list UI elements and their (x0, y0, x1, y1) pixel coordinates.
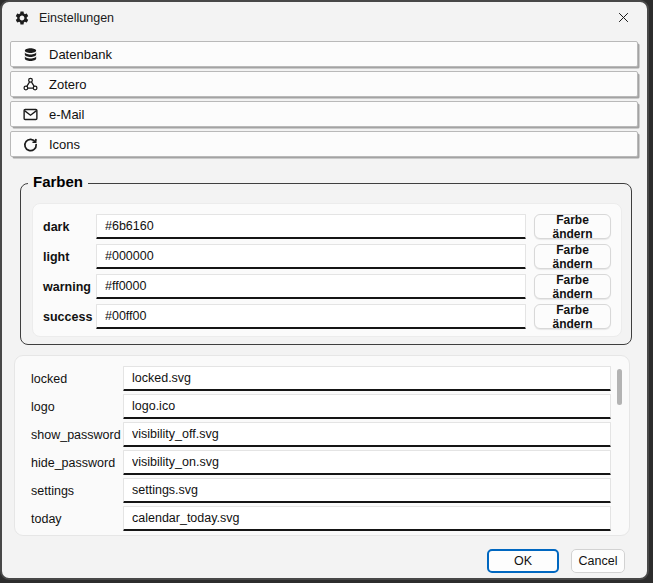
scrollbar-thumb[interactable] (617, 369, 622, 405)
icon-row-today: today (31, 506, 629, 531)
change-color-button[interactable]: Farbe ändern (534, 274, 611, 299)
color-input-success[interactable] (96, 304, 526, 329)
icon-input-hide-password[interactable] (123, 450, 611, 475)
section-icons[interactable]: Icons (10, 131, 638, 157)
color-label: dark (43, 220, 96, 234)
database-icon (22, 46, 39, 63)
titlebar[interactable]: Einstellungen (2, 2, 647, 34)
color-label: warning (43, 280, 96, 294)
icon-label: locked (31, 372, 123, 386)
refresh-icon (22, 136, 39, 153)
color-input-light[interactable] (96, 244, 526, 269)
farben-title: Farben (28, 173, 88, 190)
color-row-success: success Farbe ändern (43, 304, 621, 329)
icon-input-logo[interactable] (123, 394, 611, 419)
change-color-button[interactable]: Farbe ändern (534, 244, 611, 269)
color-row-dark: dark Farbe ändern (43, 214, 621, 239)
icon-row-show-password: show_password (31, 422, 629, 447)
icon-row-locked: locked (31, 366, 629, 391)
icon-input-show-password[interactable] (123, 422, 611, 447)
farben-groupbox: Farben dark Farbe ändern light Farbe änd… (20, 183, 632, 345)
close-icon (616, 10, 631, 25)
color-row-light: light Farbe ändern (43, 244, 621, 269)
color-label: light (43, 250, 96, 264)
ok-button[interactable]: OK (487, 549, 559, 573)
change-color-button[interactable]: Farbe ändern (534, 214, 611, 239)
color-input-warning[interactable] (96, 274, 526, 299)
cancel-button[interactable]: Cancel (571, 549, 625, 573)
icon-input-settings[interactable] (123, 478, 611, 503)
icon-label: settings (31, 484, 123, 498)
icon-row-settings: settings (31, 478, 629, 503)
section-email[interactable]: e-Mail (10, 101, 638, 127)
section-datenbank[interactable]: Datenbank (10, 41, 638, 67)
section-label: e-Mail (49, 107, 84, 122)
change-color-button[interactable]: Farbe ändern (534, 304, 611, 329)
icon-row-hide-password: hide_password (31, 450, 629, 475)
icon-label: show_password (31, 428, 123, 442)
section-label: Datenbank (49, 47, 112, 62)
settings-dialog: Einstellungen Datenbank (0, 0, 649, 580)
icon-row-logo: logo (31, 394, 629, 419)
icon-label: hide_password (31, 456, 123, 470)
mail-icon (22, 106, 39, 123)
icon-input-today[interactable] (123, 506, 611, 531)
section-zotero[interactable]: Zotero (10, 71, 638, 97)
icon-input-locked[interactable] (123, 366, 611, 391)
farben-panel: dark Farbe ändern light Farbe ändern war… (32, 203, 622, 337)
section-list: Datenbank Zotero e-Mail (10, 41, 638, 161)
section-label: Zotero (49, 77, 87, 92)
close-button[interactable] (601, 2, 645, 32)
color-label: success (43, 310, 96, 324)
color-row-warning: warning Farbe ändern (43, 274, 621, 299)
zotero-icon (22, 76, 39, 93)
icons-panel: locked logo show_password hide_password … (14, 355, 630, 536)
gear-icon (14, 10, 30, 26)
icon-label: today (31, 512, 123, 526)
section-label: Icons (49, 137, 80, 152)
color-input-dark[interactable] (96, 214, 526, 239)
icon-label: logo (31, 400, 123, 414)
window-title: Einstellungen (39, 11, 114, 25)
